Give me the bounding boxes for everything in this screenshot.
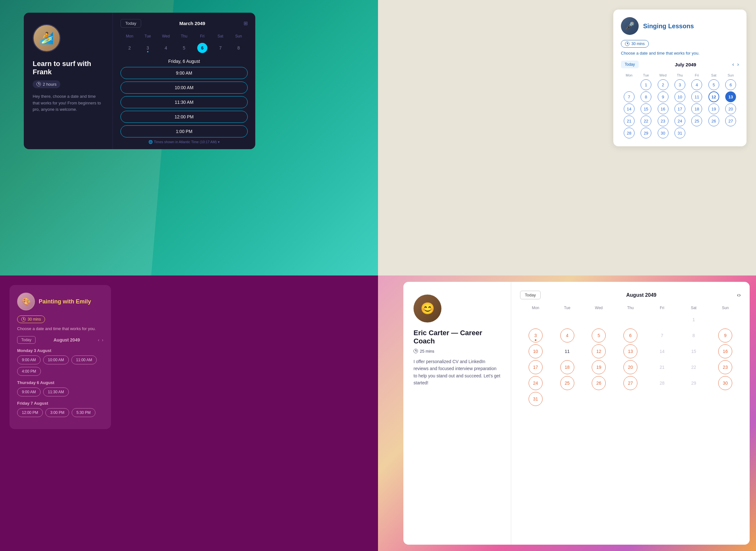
cal-day-6[interactable]: 6 <box>725 79 736 90</box>
painting-slot-thu-2[interactable]: 11:30 AM <box>43 388 69 397</box>
painting-slot-fri-2[interactable]: 3:00 PM <box>45 408 69 417</box>
surf-calendar-nav: Today March 2049 ⊞ <box>121 19 248 28</box>
surf-section: 🏄 Learn to surf with Frank 2 hours Hey t… <box>0 0 378 276</box>
singing-month: July 2049 <box>642 62 729 67</box>
cal-day-29[interactable]: 29 <box>641 128 651 138</box>
eric-day-27[interactable]: 27 <box>623 376 637 390</box>
cal-day-31[interactable]: 31 <box>675 128 685 138</box>
surf-day-8[interactable]: 8 <box>233 43 244 53</box>
cal-day-28[interactable]: 28 <box>624 128 635 138</box>
painting-slot-fri-1[interactable]: 12:00 PM <box>17 408 43 417</box>
surf-day-5[interactable]: 5 <box>179 43 189 53</box>
singing-next-button[interactable]: › <box>737 62 739 67</box>
cal-day-25[interactable]: 25 <box>691 115 702 126</box>
cal-day-4[interactable]: 4 <box>691 79 702 90</box>
eric-day-25[interactable]: 25 <box>560 376 574 390</box>
cal-day-11[interactable]: 11 <box>691 91 702 102</box>
eric-day-16[interactable]: 16 <box>718 344 732 358</box>
cal-day-21[interactable]: 21 <box>624 115 635 126</box>
eric-day-10[interactable]: 10 <box>529 344 543 358</box>
painting-cal-nav: Today August 2049 ‹ › <box>17 336 103 344</box>
singing-prev-button[interactable]: ‹ <box>732 62 734 67</box>
eric-day-30[interactable]: 30 <box>718 376 732 390</box>
eric-day-18[interactable]: 18 <box>560 360 574 374</box>
eric-day-5[interactable]: 5 <box>592 329 606 343</box>
surf-day-7[interactable]: 7 <box>215 43 225 53</box>
surf-day-3[interactable]: 3 <box>143 43 153 53</box>
eric-day-23[interactable]: 23 <box>718 360 732 374</box>
eric-day-9[interactable]: 9 <box>718 329 732 343</box>
cal-day-10[interactable]: 10 <box>675 91 685 102</box>
eric-description: I offer personalized CV and LinkedIn rev… <box>414 358 501 387</box>
cal-day-14[interactable]: 14 <box>624 103 635 114</box>
painting-group-thursday: Thursday 6 August 9:00 AM 11:30 AM <box>17 380 103 397</box>
cal-day-17[interactable]: 17 <box>675 103 685 114</box>
surf-slot-2[interactable]: 10:00 AM <box>121 82 248 94</box>
cal-day-30[interactable]: 30 <box>658 128 668 138</box>
surf-duration-label: 2 hours <box>43 82 56 87</box>
singing-today-button[interactable]: Today <box>621 61 639 68</box>
surf-slot-3[interactable]: 11:30 AM <box>121 96 248 108</box>
eric-day-20[interactable]: 20 <box>623 360 637 374</box>
surf-slot-5[interactable]: 1:00 PM <box>121 125 248 137</box>
eric-day-8: 8 <box>687 329 701 343</box>
surf-grid-icon[interactable]: ⊞ <box>244 20 248 26</box>
eric-day-31[interactable]: 31 <box>529 392 543 406</box>
cal-day-19[interactable]: 19 <box>708 103 719 114</box>
surf-slot-4[interactable]: 12:00 PM <box>121 111 248 123</box>
painting-avatar: 🎨 <box>17 293 35 311</box>
cal-day-8[interactable]: 8 <box>641 91 651 102</box>
painting-prev-button[interactable]: ‹ <box>98 338 100 343</box>
painting-slot-fri-3[interactable]: 5:30 PM <box>72 408 95 417</box>
cal-day-20[interactable]: 20 <box>725 103 736 114</box>
surf-avatar: 🏄 <box>33 24 61 52</box>
eric-duration: 25 mins <box>414 349 501 354</box>
cal-day-18[interactable]: 18 <box>691 103 702 114</box>
cal-day-9[interactable]: 9 <box>658 91 668 102</box>
eric-day-24[interactable]: 24 <box>529 376 543 390</box>
surf-day-4[interactable]: 4 <box>161 43 171 53</box>
cal-day-27[interactable]: 27 <box>725 115 736 126</box>
painting-duration-badge: 30 mins <box>17 316 45 323</box>
eric-day-6[interactable]: 6 <box>623 329 637 343</box>
singing-calendar-grid: Mon Tue Wed Thu Fri Sat Sun 1 2 3 4 5 6 … <box>621 72 739 139</box>
painting-slot-mon-3[interactable]: 11:00 AM <box>71 356 97 364</box>
cal-day-23[interactable]: 23 <box>658 115 668 126</box>
painting-today-button[interactable]: Today <box>17 336 36 344</box>
eric-next-button[interactable]: › <box>739 292 741 299</box>
cal-day-12[interactable]: 12 <box>708 91 719 102</box>
eric-day-12[interactable]: 12 <box>592 344 606 358</box>
cal-day-7[interactable]: 7 <box>624 91 635 102</box>
surf-today-button[interactable]: Today <box>121 19 141 28</box>
cal-day-1[interactable]: 1 <box>641 79 651 90</box>
cal-day-16[interactable]: 16 <box>658 103 668 114</box>
singing-subtitle: Choose a date and time that works for yo… <box>621 51 739 56</box>
cal-day-24[interactable]: 24 <box>675 115 685 126</box>
cal-day-15[interactable]: 15 <box>641 103 651 114</box>
eric-day-19[interactable]: 19 <box>592 360 606 374</box>
surf-day-2[interactable]: 2 <box>125 43 135 53</box>
painting-next-button[interactable]: › <box>102 338 103 343</box>
eric-calendar-grid: Mon Tue Wed Thu Fri Sat Sun 1 3 4 5 6 7 <box>520 305 741 407</box>
surf-day-6[interactable]: 6 <box>197 43 207 53</box>
cal-day-5[interactable]: 5 <box>708 79 719 90</box>
eric-day-17[interactable]: 17 <box>529 360 543 374</box>
surf-slot-1[interactable]: 9:00 AM <box>121 67 248 79</box>
cal-day-3[interactable]: 3 <box>675 79 685 90</box>
eric-day-26[interactable]: 26 <box>592 376 606 390</box>
painting-slot-mon-2[interactable]: 10:00 AM <box>43 356 69 364</box>
surf-calendar-panel: Today March 2049 ⊞ Mon Tue Wed Thu Fri S… <box>113 13 255 149</box>
eric-day-13[interactable]: 13 <box>623 344 637 358</box>
eric-day-22: 22 <box>687 360 701 374</box>
cal-day-13[interactable]: 13 <box>725 91 736 102</box>
cal-day-26[interactable]: 26 <box>708 115 719 126</box>
painting-slot-thu-1[interactable]: 9:00 AM <box>17 388 41 397</box>
eric-day-4[interactable]: 4 <box>560 329 574 343</box>
eric-day-3[interactable]: 3 <box>529 329 543 343</box>
cal-day-2[interactable]: 2 <box>658 79 668 90</box>
painting-slot-mon-1[interactable]: 9:00 AM <box>17 356 41 364</box>
cal-day-22[interactable]: 22 <box>641 115 651 126</box>
eric-today-button[interactable]: Today <box>520 291 541 299</box>
eric-day-1-sat: 1 <box>687 313 701 327</box>
painting-slot-mon-4[interactable]: 4:00 PM <box>17 367 41 376</box>
